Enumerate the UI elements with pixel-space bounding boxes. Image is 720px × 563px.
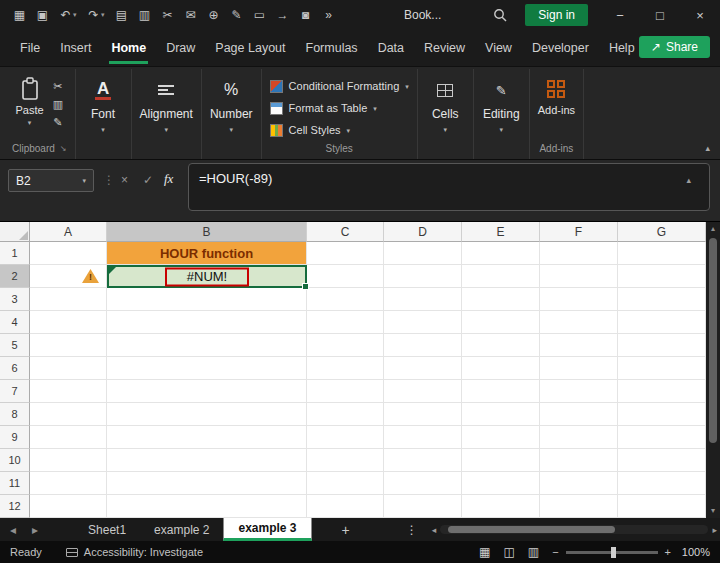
cell-D2[interactable] [384, 265, 462, 288]
sheet-tab-example2[interactable]: example 2 [140, 518, 223, 541]
row-header-8[interactable]: 8 [0, 403, 30, 426]
tab-review[interactable]: Review [414, 35, 475, 61]
number-group-button[interactable]: % Number ▾ [202, 69, 262, 159]
cell-C2[interactable] [307, 265, 384, 288]
formula-bar-collapse-icon[interactable]: ▴ [686, 175, 691, 185]
scroll-up-icon[interactable]: ▴ [711, 225, 715, 233]
sheet-options-icon[interactable]: ⋮ [406, 518, 418, 541]
maximize-button[interactable]: □ [640, 0, 680, 30]
addins-button[interactable]: Add-ins [538, 71, 575, 116]
tab-data[interactable]: Data [368, 35, 414, 61]
horizontal-scrollbar-thumb[interactable] [448, 526, 614, 533]
vertical-scrollbar-thumb[interactable] [709, 238, 717, 443]
cell-A2[interactable]: ! [30, 265, 107, 288]
cell-B11[interactable] [107, 472, 307, 495]
cell-A11[interactable] [30, 472, 107, 495]
cell-G7[interactable] [618, 380, 706, 403]
cell-E9[interactable] [462, 426, 540, 449]
conditional-formatting-button[interactable]: Conditional Formatting ▾ [270, 75, 409, 97]
zoom-level[interactable]: 100% [678, 546, 710, 558]
cell-A10[interactable] [30, 449, 107, 472]
format-as-table-button[interactable]: Format as Table ▾ [270, 97, 377, 119]
sign-in-button[interactable]: Sign in [525, 4, 588, 26]
cancel-icon[interactable]: × [121, 173, 128, 187]
cell-B6[interactable] [107, 357, 307, 380]
close-button[interactable]: × [680, 0, 720, 30]
cell-G11[interactable] [618, 472, 706, 495]
cell-A5[interactable] [30, 334, 107, 357]
cell-B4[interactable] [107, 311, 307, 334]
cell-D7[interactable] [384, 380, 462, 403]
cell-B2[interactable]: #NUM! [107, 265, 307, 288]
tab-developer[interactable]: Developer [522, 35, 599, 61]
cell-F10[interactable] [540, 449, 618, 472]
font-group-button[interactable]: A Font ▾ [76, 69, 132, 159]
column-header-F[interactable]: F [540, 222, 618, 242]
cell-A8[interactable] [30, 403, 107, 426]
cell-C4[interactable] [307, 311, 384, 334]
cell-C11[interactable] [307, 472, 384, 495]
cell-F9[interactable] [540, 426, 618, 449]
row-header-1[interactable]: 1 [0, 242, 30, 265]
vertical-scrollbar[interactable]: ▴ ▾ [706, 222, 720, 518]
sheet-nav-right-icon[interactable]: ▸ [32, 523, 38, 537]
tab-page-layout[interactable]: Page Layout [205, 35, 295, 61]
cell-A1[interactable] [30, 242, 107, 265]
camera-icon[interactable]: ◙ [294, 8, 317, 22]
cell-D8[interactable] [384, 403, 462, 426]
cell-E4[interactable] [462, 311, 540, 334]
row-header-11[interactable]: 11 [0, 472, 30, 495]
cell-C3[interactable] [307, 288, 384, 311]
redo-dropdown-icon[interactable]: ▾ [101, 11, 110, 19]
cell-E1[interactable] [462, 242, 540, 265]
cell-G9[interactable] [618, 426, 706, 449]
cell-D9[interactable] [384, 426, 462, 449]
cell-C8[interactable] [307, 403, 384, 426]
cell-F5[interactable] [540, 334, 618, 357]
zoom-slider-thumb[interactable] [611, 547, 616, 558]
save-icon[interactable]: ▣ [31, 8, 54, 22]
column-header-G[interactable]: G [618, 222, 706, 242]
more-commands-icon[interactable]: » [317, 8, 340, 22]
cell-A7[interactable] [30, 380, 107, 403]
column-header-A[interactable]: A [30, 222, 107, 242]
cell-F1[interactable] [540, 242, 618, 265]
cell-E7[interactable] [462, 380, 540, 403]
cell-B3[interactable] [107, 288, 307, 311]
column-header-D[interactable]: D [384, 222, 462, 242]
row-header-4[interactable]: 4 [0, 311, 30, 334]
cell-C1[interactable] [307, 242, 384, 265]
name-box[interactable]: B2 ▾ [8, 169, 94, 192]
cell-G8[interactable] [618, 403, 706, 426]
cell-B1[interactable]: HOUR function [107, 242, 307, 265]
scroll-down-icon[interactable]: ▾ [711, 507, 715, 515]
cell-A4[interactable] [30, 311, 107, 334]
cell-E10[interactable] [462, 449, 540, 472]
cell-F6[interactable] [540, 357, 618, 380]
cell-C5[interactable] [307, 334, 384, 357]
cell-A3[interactable] [30, 288, 107, 311]
editing-group-button[interactable]: ✎ Editing ▾ [474, 69, 530, 159]
cell-C12[interactable] [307, 495, 384, 518]
row-header-3[interactable]: 3 [0, 288, 30, 311]
cell-A9[interactable] [30, 426, 107, 449]
cell-F2[interactable] [540, 265, 618, 288]
cell-C6[interactable] [307, 357, 384, 380]
cell-G5[interactable] [618, 334, 706, 357]
cell-B9[interactable] [107, 426, 307, 449]
cell-G2[interactable] [618, 265, 706, 288]
cell-F8[interactable] [540, 403, 618, 426]
horizontal-scrollbar[interactable]: ◂ ▸ [432, 518, 717, 541]
tab-file[interactable]: File [10, 35, 50, 61]
accessibility-status[interactable]: Accessibility: Investigate [66, 546, 203, 558]
row-header-7[interactable]: 7 [0, 380, 30, 403]
error-warning-icon[interactable]: ! [82, 269, 99, 283]
clipboard-dialog-launcher-icon[interactable]: ↘ [60, 144, 67, 153]
cell-A12[interactable] [30, 495, 107, 518]
format-painter-button[interactable]: ✎ [53, 116, 63, 129]
cell-E11[interactable] [462, 472, 540, 495]
collapse-ribbon-icon[interactable]: ▴ [705, 143, 710, 153]
cell-D5[interactable] [384, 334, 462, 357]
mail-icon[interactable]: ✉ [179, 8, 202, 22]
paste-dropdown-icon[interactable]: ▾ [28, 119, 32, 126]
